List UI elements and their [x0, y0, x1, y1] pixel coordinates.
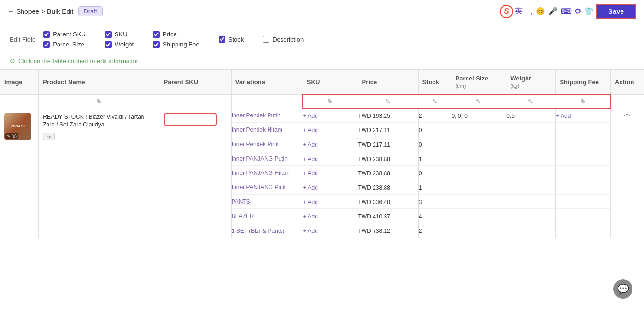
- sku-add-link-6[interactable]: + Add: [303, 199, 318, 206]
- variation-row-4: Inner PANJANG Hitam: [232, 167, 303, 180]
- variation-name-7[interactable]: BLAZER: [232, 213, 254, 219]
- variation-name-1[interactable]: Inner Pendek Hitam: [232, 126, 282, 133]
- keyboard-icon[interactable]: ⌨: [561, 7, 572, 16]
- checkbox-price[interactable]: Price: [153, 31, 199, 38]
- variation-name-5[interactable]: Inner PANJANG Pink: [232, 184, 286, 191]
- field-group-5: Description: [263, 36, 304, 43]
- product-row: VIVALDI ✎ (8) READY STOCK ! Blazer Vival…: [0, 109, 644, 238]
- checkbox-sku-input[interactable]: [105, 31, 112, 38]
- parcel-row-2: [451, 138, 506, 151]
- checkbox-description[interactable]: Description: [263, 36, 304, 43]
- parcel-row-0: 0, 0, 0: [451, 109, 506, 123]
- delete-button[interactable]: 🗑: [615, 113, 640, 122]
- checkbox-shipping-fee-input[interactable]: [153, 41, 160, 48]
- edit-product-icon[interactable]: ✎: [96, 98, 102, 105]
- parcel-list: 0, 0, 0: [451, 109, 506, 238]
- price-value-7[interactable]: TWD 410.37: [358, 213, 390, 220]
- edit-stock-icon[interactable]: ✎: [432, 98, 438, 105]
- stock-value-0[interactable]: 2: [419, 113, 422, 119]
- sku-add-link-7[interactable]: + Add: [303, 213, 318, 220]
- checkbox-price-input[interactable]: [153, 31, 160, 38]
- stock-value-4[interactable]: 0: [419, 170, 422, 177]
- parent-sku-input[interactable]: [164, 113, 217, 126]
- weight-value-0[interactable]: 0.5: [506, 113, 515, 119]
- price-value-5[interactable]: TWD 238.88: [358, 184, 390, 191]
- checkbox-description-input[interactable]: [263, 36, 269, 43]
- save-button[interactable]: Save: [596, 4, 636, 19]
- product-name-cell: READY STOCK ! Blazer Vivaldi / Tartan Za…: [39, 109, 160, 238]
- checkbox-weight-input[interactable]: [105, 41, 112, 48]
- price-value-0[interactable]: TWD 193.25: [358, 113, 390, 119]
- image-count-badge: ✎ (8): [5, 133, 18, 139]
- label-price: Price: [163, 31, 177, 38]
- variation-name-2[interactable]: Inner Pendek Pink: [232, 141, 279, 148]
- sku-row-7: + Add: [303, 210, 358, 223]
- price-value-4[interactable]: TWD 238.88: [358, 170, 390, 177]
- edit-parcel-icon[interactable]: ✎: [476, 98, 481, 105]
- checkbox-parent-sku-input[interactable]: [43, 31, 50, 38]
- variation-name-8[interactable]: 1 SET (Blzr & Pants): [232, 228, 284, 234]
- back-link[interactable]: ← Shopee > Bulk Edit: [8, 8, 73, 15]
- stock-value-7[interactable]: 4: [419, 213, 422, 220]
- sku-add-link-0[interactable]: + Add: [303, 113, 318, 119]
- field-group-1: Parent SKU Parcel Size: [43, 31, 86, 48]
- label-description: Description: [272, 36, 304, 43]
- variation-name-3[interactable]: Inner PANJANG Putih: [232, 155, 288, 162]
- stock-value-1[interactable]: 0: [419, 127, 422, 134]
- settings-icon[interactable]: ⚙: [574, 7, 581, 16]
- checkbox-parent-sku[interactable]: Parent SKU: [43, 31, 86, 38]
- price-value-2[interactable]: TWD 217.11: [358, 141, 390, 148]
- sku-add-link-3[interactable]: + Add: [303, 156, 318, 162]
- lang-icon[interactable]: 英: [515, 6, 523, 16]
- checkbox-parcel-size-input[interactable]: [43, 41, 50, 48]
- sku-row-2: + Add: [303, 138, 358, 151]
- stock-value-2[interactable]: 0: [419, 141, 422, 148]
- info-icon: ⊙: [10, 57, 15, 65]
- stock-value-8[interactable]: 2: [419, 228, 422, 234]
- weight-row-1: [506, 124, 555, 137]
- variations-list: Inner Pendek PutihInner Pendek HitamInne…: [232, 109, 303, 238]
- sku-add-link-8[interactable]: + Add: [303, 228, 318, 234]
- edit-sku-icon[interactable]: ✎: [328, 98, 333, 105]
- checkbox-parcel-size[interactable]: Parcel Size: [43, 41, 86, 48]
- price-value-1[interactable]: TWD 217.11: [358, 127, 390, 134]
- variation-name-4[interactable]: Inner PANJANG Hitam: [232, 170, 290, 176]
- price-value-8[interactable]: TWD 738.12: [358, 228, 390, 234]
- parcel-row-3: [451, 152, 506, 166]
- weight-row-4: [506, 167, 555, 180]
- checkbox-stock[interactable]: Stock: [219, 36, 244, 43]
- checkbox-sku[interactable]: SKU: [105, 31, 134, 38]
- variation-name-0[interactable]: Inner Pendek Putih: [232, 112, 281, 119]
- stock-value-5[interactable]: 1: [419, 184, 422, 191]
- checkbox-shipping-fee[interactable]: Shipping Fee: [153, 41, 199, 48]
- shipping-add-link-0[interactable]: + Add: [556, 113, 571, 119]
- sku-cell: + Add+ Add+ Add+ Add+ Add+ Add+ Add+ Add…: [303, 109, 358, 238]
- sku-add-link-1[interactable]: + Add: [303, 127, 318, 134]
- stock-value-3[interactable]: 1: [419, 156, 422, 162]
- edit-shipping-icon[interactable]: ✎: [580, 98, 586, 105]
- checkbox-weight[interactable]: Weight: [105, 41, 134, 48]
- price-value-6[interactable]: TWD 336.40: [358, 199, 390, 206]
- comma-icon: ,: [531, 7, 533, 16]
- weight-row-8: [506, 224, 555, 238]
- price-value-3[interactable]: TWD 238.88: [358, 156, 390, 162]
- edit-weight-icon[interactable]: ✎: [528, 98, 534, 105]
- parcel-value-0[interactable]: 0, 0, 0: [451, 113, 467, 119]
- sku-add-link-5[interactable]: + Add: [303, 184, 318, 191]
- variation-name-6[interactable]: PANTS: [232, 198, 250, 205]
- checkbox-stock-input[interactable]: [219, 36, 225, 43]
- sku-add-link-4[interactable]: + Add: [303, 170, 318, 177]
- mic-icon[interactable]: 🎤: [548, 7, 558, 16]
- parcel-row-8: [451, 224, 506, 238]
- field-group-3: Price Shipping Fee: [153, 31, 199, 48]
- shirt-icon[interactable]: 👕: [584, 7, 594, 16]
- variation-row-7: BLAZER: [232, 210, 303, 223]
- edit-icon-price-cell: ✎: [358, 94, 418, 109]
- th-price: Price: [358, 70, 418, 95]
- edit-price-icon[interactable]: ✎: [385, 98, 391, 105]
- emoji-icon[interactable]: 😊: [536, 7, 545, 16]
- sku-add-link-2[interactable]: + Add: [303, 141, 318, 148]
- action-cell: 🗑: [611, 109, 644, 238]
- shopee-logo: S: [500, 5, 513, 18]
- stock-value-6[interactable]: 3: [419, 199, 422, 206]
